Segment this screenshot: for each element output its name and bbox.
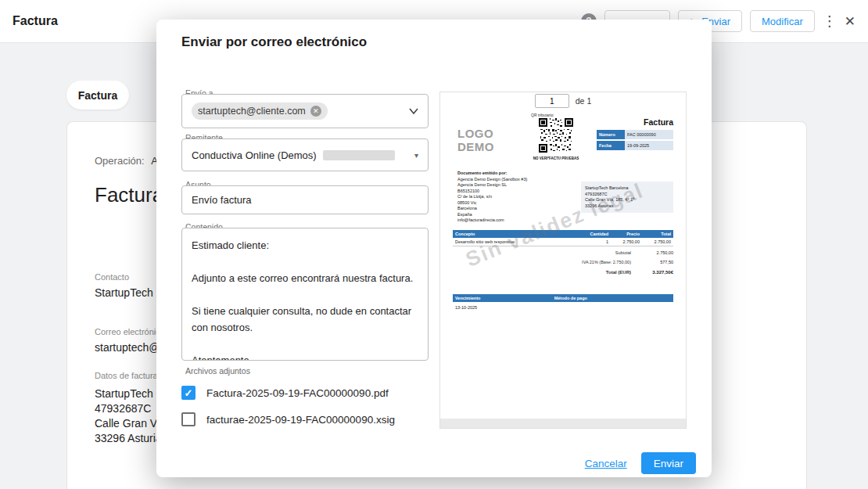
chip-remove-icon[interactable]: ✕ [310, 106, 321, 117]
sender-value: Conductiva Online (Demos) [192, 149, 317, 161]
due-label: Vencimiento [453, 296, 554, 300]
col-precio: Precio [611, 232, 642, 236]
send-email-dialog: Enviar por correo electrónico Envío a st… [156, 20, 712, 477]
tax-value: 577,50 [637, 260, 673, 264]
attachment-row: facturae-2025-09-19-FAC00000090.xsig [181, 412, 395, 426]
screen: Factura ? ➤ Enviar Modificar ⋮ ✕ Factura… [0, 0, 868, 489]
dropdown-caret-icon[interactable]: ▾ [414, 151, 418, 160]
kebab-menu-icon[interactable]: ⋮ [823, 13, 834, 30]
attachment-name-pdf: Factura-2025-09-19-FAC00000090.pdf [206, 387, 389, 399]
pdf-pager: de 1 [440, 92, 686, 110]
email-label: Correo electrónico [95, 327, 165, 336]
invoice-number: FAC 00000090 [625, 130, 673, 139]
issuer-block: Documento emitido por: Agencia Demo Desi… [457, 171, 527, 224]
subtotal-label: Subtotal [615, 250, 631, 255]
issuer-label: Documento emitido por: [457, 171, 527, 177]
tax-label: IVA 21% (Base: 2.750,00) [582, 260, 631, 264]
attachment-name-xsig: facturae-2025-09-19-FAC00000090.xsig [206, 414, 395, 426]
due-date: 13-10-2025 [455, 305, 477, 310]
qr-code-icon [539, 118, 573, 153]
send-button[interactable]: Enviar [641, 452, 696, 474]
modify-button[interactable]: Modificar [750, 10, 815, 32]
operation-label: Operación: [95, 155, 145, 167]
cell-precio: 2.750,00 [611, 239, 642, 244]
tax-row: IVA 21% (Base: 2.750,00) 577,50 [582, 260, 673, 264]
document-title-text: Factura [95, 183, 163, 207]
subject-input[interactable]: Envío factura [181, 185, 429, 214]
qr-caption: NO VERI*FACTU PRUEBAS [531, 156, 581, 160]
contact-label: Contacto [95, 272, 129, 282]
issuer-lines: Agencia Demo Design (Sandbox #3) Agencia… [457, 177, 527, 224]
subtotal-value: 2.750,00 [637, 250, 673, 255]
invoice-date-label: Fecha [597, 141, 625, 150]
tab-factura[interactable]: Factura [66, 81, 129, 110]
page-title: Factura [13, 14, 58, 28]
sender-select[interactable]: Conductiva Online (Demos) ▾ [181, 138, 429, 171]
total-label: Total (EUR) [606, 270, 631, 275]
invoice-number-label: Número [597, 130, 625, 139]
dialog-footer: Cancelar Enviar [585, 452, 696, 474]
qr-block: QR tributario: [531, 113, 581, 160]
chevron-down-icon[interactable] [409, 108, 418, 114]
attachment-checkbox-pdf[interactable] [181, 386, 195, 400]
col-cantidad: Cantidad [584, 232, 611, 236]
total-value: 3.327,50€ [637, 270, 673, 275]
total-row: Total (EUR) 3.327,50€ [606, 270, 673, 275]
cell-cantidad: 1 [584, 239, 611, 244]
col-total: Total [642, 232, 673, 236]
cancel-button[interactable]: Cancelar [585, 458, 627, 469]
due-payment-bar: Vencimiento Método de pago [453, 294, 673, 302]
qr-label: QR tributario: [531, 113, 581, 117]
pdf-preview-panel[interactable]: de 1 LOGO DEMO QR tributario: [439, 92, 687, 429]
recipient-chip[interactable]: startuptech@cliente.com ✕ [192, 102, 328, 120]
payment-method-label: Método de pago [554, 296, 587, 300]
sender-redacted-text [323, 150, 395, 160]
invoice-logo: LOGO DEMO [457, 127, 494, 153]
invoice-preview-page: LOGO DEMO QR tributario: [440, 110, 686, 419]
subtotal-row: Subtotal 2.750,00 [615, 250, 673, 255]
body-textarea[interactable]: Estimado cliente: Adjunto a este correo … [181, 228, 429, 361]
attachment-row: Factura-2025-09-19-FAC00000090.pdf [181, 386, 389, 400]
subject-value: Envío factura [192, 194, 252, 206]
invoice-meta: Número FAC 00000090 Fecha 19-09-2025 [597, 130, 673, 150]
recipient-field[interactable]: startuptech@cliente.com ✕ [181, 94, 429, 128]
recipient-chip-text: startuptech@cliente.com [198, 106, 306, 117]
modify-label: Modificar [762, 16, 803, 27]
invoice-title: Factura [644, 117, 673, 127]
attachment-checkbox-xsig[interactable] [181, 412, 195, 426]
attachments-label: Archivos adjuntos [185, 366, 250, 376]
invoice-date: 19-09-2025 [625, 141, 673, 150]
close-icon[interactable]: ✕ [845, 13, 855, 30]
page-total: de 1 [576, 96, 591, 106]
cell-total: 2.750,00 [642, 239, 673, 244]
dialog-title: Enviar por correo electrónico [181, 34, 367, 50]
page-number-input[interactable] [535, 94, 569, 108]
